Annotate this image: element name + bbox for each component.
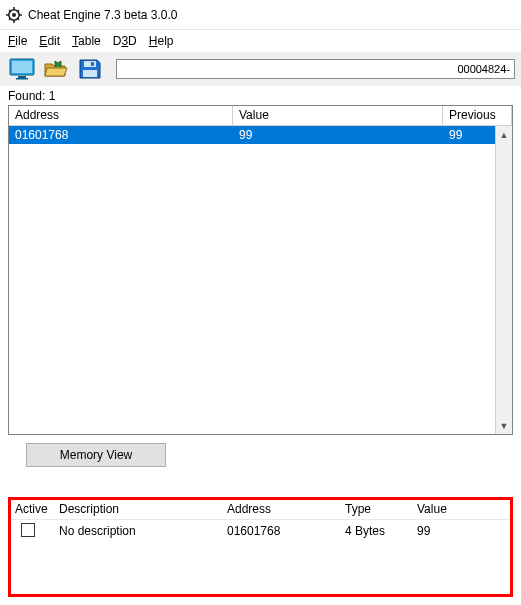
svg-rect-8	[83, 70, 97, 77]
menu-edit[interactable]: Edit	[39, 34, 60, 48]
al-description: No description	[55, 524, 223, 538]
svg-rect-3	[12, 61, 32, 73]
scan-progress-text: 00004824-	[457, 63, 510, 75]
address-list-header: Active Description Address Type Value	[11, 500, 510, 520]
al-active-cell[interactable]	[11, 523, 55, 540]
menu-file[interactable]: File	[8, 34, 27, 48]
results-col-address[interactable]: Address	[9, 106, 233, 126]
app-icon	[6, 7, 22, 23]
results-scrollbar[interactable]: ▲ ▼	[495, 126, 512, 434]
address-list-panel: Active Description Address Type Value No…	[8, 497, 513, 597]
mid-bar: Memory View	[8, 443, 513, 467]
menu-d3d[interactable]: D3D	[113, 34, 137, 48]
svg-rect-5	[16, 78, 28, 80]
menu-table[interactable]: Table	[72, 34, 101, 48]
save-button[interactable]	[74, 55, 106, 83]
menu-help[interactable]: Help	[149, 34, 174, 48]
address-list-row[interactable]: No description 01601768 4 Bytes 99	[11, 520, 510, 542]
window-title: Cheat Engine 7.3 beta 3.0.0	[28, 8, 177, 22]
svg-rect-4	[18, 76, 26, 78]
scroll-down-icon[interactable]: ▼	[496, 417, 512, 434]
result-value: 99	[233, 128, 443, 142]
results-header: Address Value Previous	[9, 106, 512, 126]
results-body[interactable]: 01601768 99 99	[9, 126, 512, 434]
scan-progress: 00004824-	[116, 59, 515, 79]
found-count-label: Found: 1	[0, 86, 521, 105]
svg-point-1	[12, 13, 16, 17]
result-address: 01601768	[9, 128, 233, 142]
al-value: 99	[413, 524, 483, 538]
al-col-active[interactable]: Active	[11, 500, 55, 519]
al-col-type[interactable]: Type	[341, 500, 413, 519]
al-address: 01601768	[223, 524, 341, 538]
svg-rect-7	[91, 62, 94, 66]
titlebar: Cheat Engine 7.3 beta 3.0.0	[0, 0, 521, 30]
folder-open-icon	[43, 58, 69, 80]
al-type: 4 Bytes	[341, 524, 413, 538]
results-panel: Address Value Previous 01601768 99 99 ▲ …	[8, 105, 513, 435]
open-file-button[interactable]	[40, 55, 72, 83]
open-process-button[interactable]	[6, 55, 38, 83]
svg-rect-6	[84, 61, 96, 67]
results-col-previous[interactable]: Previous	[443, 106, 512, 126]
al-col-value[interactable]: Value	[413, 500, 483, 519]
al-col-address[interactable]: Address	[223, 500, 341, 519]
result-row[interactable]: 01601768 99 99	[9, 126, 512, 144]
floppy-icon	[77, 58, 103, 80]
menubar: File Edit Table D3D Help	[0, 30, 521, 52]
memory-view-button[interactable]: Memory View	[26, 443, 166, 467]
monitor-icon	[9, 58, 35, 80]
checkbox-icon[interactable]	[21, 523, 35, 537]
scroll-up-icon[interactable]: ▲	[496, 126, 512, 143]
al-col-description[interactable]: Description	[55, 500, 223, 519]
results-col-value[interactable]: Value	[233, 106, 443, 126]
toolbar: 00004824-	[0, 52, 521, 86]
